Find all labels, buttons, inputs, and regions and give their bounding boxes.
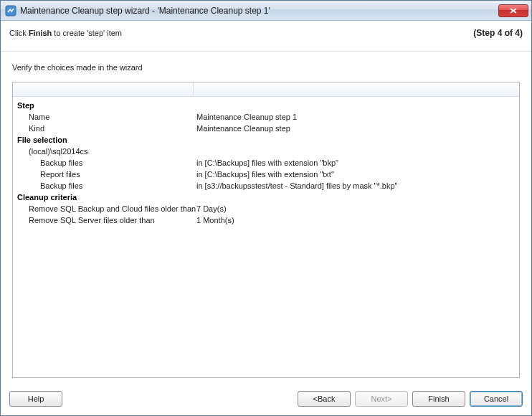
wizard-body: Verify the choices made in the wizard St… xyxy=(1,52,531,384)
summary-label: Name xyxy=(13,111,196,123)
summary-label: Backup files xyxy=(13,157,196,169)
summary-label: Remove SQL Server files older than xyxy=(13,214,196,226)
summary-col2-header xyxy=(194,82,519,96)
wizard-window: Maintenance Cleanup step wizard - 'Maint… xyxy=(0,0,532,416)
summary-value: in [C:\Backups] files with extension "bk… xyxy=(196,157,519,169)
summary-row: (local)\sql2014cs xyxy=(13,146,519,157)
summary-panel: StepNameMaintenance Cleanup step 1KindMa… xyxy=(12,82,520,378)
summary-value: 7 Day(s) xyxy=(196,203,519,214)
finish-button[interactable]: Finish xyxy=(412,391,465,407)
summary-label: Backup files xyxy=(13,180,196,192)
summary-col1-header xyxy=(13,82,194,96)
app-icon xyxy=(5,5,16,16)
summary-label: Kind xyxy=(13,123,196,134)
close-icon xyxy=(510,8,517,14)
cancel-button[interactable]: Cancel xyxy=(470,391,523,407)
wizard-header: Click Finish to create 'step' item (Step… xyxy=(1,21,531,52)
back-button[interactable]: <Back xyxy=(298,391,351,407)
summary-row: Remove SQL Backup and Cloud files older … xyxy=(13,203,519,214)
help-button[interactable]: Help xyxy=(9,391,62,407)
section-title: File selection xyxy=(13,134,519,146)
window-title: Maintenance Cleanup step wizard - 'Maint… xyxy=(20,6,498,16)
summary-row: Report filesin [C:\Backups] files with e… xyxy=(13,169,519,180)
summary-value: in [s3://backupsstest/test - Standard] f… xyxy=(196,180,519,192)
verify-instruction: Verify the choices made in the wizard xyxy=(12,63,520,72)
summary-value xyxy=(196,146,519,157)
summary-row: KindMaintenance Cleanup step xyxy=(13,123,519,134)
titlebar: Maintenance Cleanup step wizard - 'Maint… xyxy=(1,1,531,21)
wizard-footer: Help <Back Next> Finish Cancel xyxy=(1,384,531,415)
summary-label: Remove SQL Backup and Cloud files older … xyxy=(13,203,196,214)
summary-row: NameMaintenance Cleanup step 1 xyxy=(13,111,519,123)
summary-value: in [C:\Backups] files with extension "tx… xyxy=(196,169,519,180)
summary-row: Backup filesin [s3://backupsstest/test -… xyxy=(13,180,519,192)
summary-row: Remove SQL Server files older than1 Mont… xyxy=(13,214,519,226)
step-indicator: (Step 4 of 4) xyxy=(473,28,523,38)
section-title: Step xyxy=(13,100,519,111)
summary-content: StepNameMaintenance Cleanup step 1KindMa… xyxy=(13,97,519,226)
header-instruction: Click Finish to create 'step' item xyxy=(9,29,122,37)
header-text-bold: Finish xyxy=(29,29,52,37)
summary-value: 1 Month(s) xyxy=(196,214,519,226)
header-text-suffix: to create 'step' item xyxy=(52,29,122,37)
section-title: Cleanup criteria xyxy=(13,192,519,203)
summary-value: Maintenance Cleanup step xyxy=(196,123,519,134)
next-button: Next> xyxy=(355,391,408,407)
close-button[interactable] xyxy=(498,4,528,17)
summary-row: Backup filesin [C:\Backups] files with e… xyxy=(13,157,519,169)
summary-column-header xyxy=(13,82,519,97)
summary-value: Maintenance Cleanup step 1 xyxy=(196,111,519,123)
summary-label: (local)\sql2014cs xyxy=(13,146,196,157)
summary-label: Report files xyxy=(13,169,196,180)
header-text-prefix: Click xyxy=(9,29,29,37)
